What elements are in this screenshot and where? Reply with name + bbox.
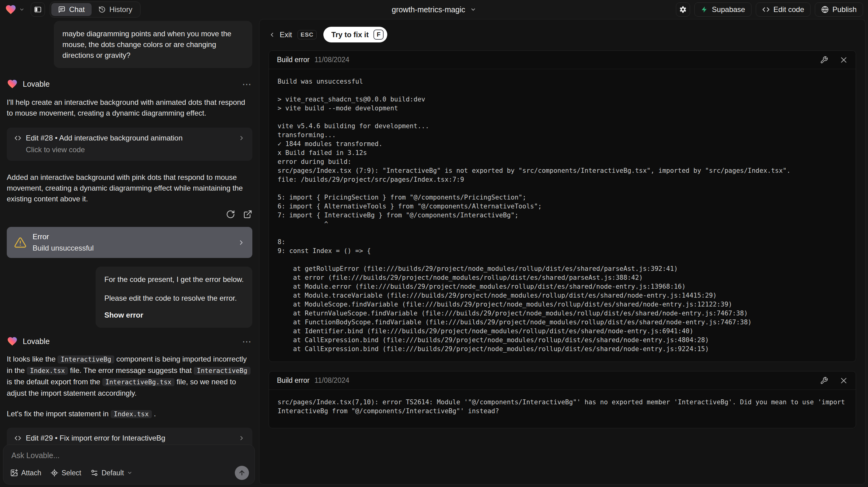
message-actions <box>7 210 252 219</box>
inline-code: InteractiveBg <box>58 356 114 363</box>
wrench-icon[interactable] <box>820 56 828 64</box>
build-error-card-actions <box>820 56 848 64</box>
chat-input-box: Attach Select Default <box>3 445 255 485</box>
text-run: is the default export from the <box>7 377 102 386</box>
f-key-badge: F <box>373 30 383 40</box>
lovable-logo-menu[interactable] <box>5 4 25 16</box>
inline-code: Index.tsx <box>27 367 68 375</box>
wrench-icon[interactable] <box>820 377 828 385</box>
chat-history-tabs: Chat History <box>50 2 141 18</box>
publish-button[interactable]: Publish <box>815 2 863 17</box>
chevron-left-icon <box>269 31 275 38</box>
supabase-label: Supabase <box>712 5 745 14</box>
send-button[interactable] <box>235 466 249 480</box>
build-error-title: Build error <box>277 376 310 385</box>
error-overlay-panel: Exit ESC Try to fix it F Build error 11/… <box>259 19 866 485</box>
error-card-text: Error Build unsuccessful <box>33 233 94 252</box>
model-selector[interactable]: Default <box>90 469 132 477</box>
error-card-subtitle: Build unsuccessful <box>33 244 94 252</box>
tab-history-label: History <box>110 5 132 14</box>
project-switcher[interactable]: growth-metrics-magic <box>392 0 476 19</box>
chat-bubble-icon <box>58 6 65 13</box>
build-error-card-2-header: Build error 11/08/2024 <box>269 371 856 390</box>
code-brackets-icon <box>762 6 770 13</box>
edit-28-title-row: Edit #28 • Add interactive background an… <box>14 134 245 142</box>
edit-28-title: Edit #28 • Add interactive background an… <box>26 134 183 142</box>
open-external-icon[interactable] <box>243 210 252 219</box>
tab-history[interactable]: History <box>92 3 139 16</box>
build-error-title: Build error <box>277 56 310 64</box>
lovable-heart-icon <box>5 4 17 16</box>
error-card-title: Error <box>33 233 94 241</box>
assistant-paragraph: Added an interactive background with pin… <box>7 172 252 204</box>
edit-code-button[interactable]: Edit code <box>756 2 810 17</box>
build-error-summary-card[interactable]: Error Build unsuccessful <box>7 227 252 258</box>
sidebar-panel-icon <box>34 5 42 13</box>
warning-triangle-icon <box>14 237 26 249</box>
text-run: Let's fix the import statement in <box>7 409 111 418</box>
user-message-line: For the code present, I get the error be… <box>104 274 244 285</box>
tab-chat-label: Chat <box>69 5 85 14</box>
sidebar-toggle-button[interactable] <box>31 2 45 17</box>
tab-chat[interactable]: Chat <box>51 3 92 16</box>
build-error-card-actions <box>820 377 848 385</box>
edit-29-title-row: Edit #29 • Fix import error for Interact… <box>14 434 245 443</box>
build-error-log: Build was unsuccessful > vite_react_shad… <box>269 69 856 362</box>
select-button[interactable]: Select <box>51 469 81 477</box>
text-run: . <box>152 409 156 418</box>
assistant-name: Lovable <box>23 80 50 89</box>
chevron-down-icon <box>127 470 132 476</box>
build-error-date: 11/08/2024 <box>314 56 349 64</box>
close-icon[interactable] <box>840 56 848 64</box>
select-label: Select <box>61 469 81 477</box>
build-error-date: 11/08/2024 <box>314 376 349 385</box>
retry-icon[interactable] <box>226 210 235 219</box>
edit-29-title: Edit #29 • Fix import error for Interact… <box>26 434 165 443</box>
build-error-card-1: Build error 11/08/2024 Build was unsucce… <box>269 51 856 362</box>
history-clock-icon <box>98 6 106 13</box>
inline-code: InteractiveBg <box>194 367 250 375</box>
chevron-down-icon <box>19 7 25 12</box>
target-icon <box>51 469 58 477</box>
user-message: maybe diagramming points and when you mo… <box>54 21 252 68</box>
chevron-right-icon <box>238 239 245 246</box>
assistant-name: Lovable <box>23 337 50 346</box>
gear-icon <box>679 5 687 13</box>
fix-label: Try to fix it <box>331 30 369 39</box>
edit-28-card[interactable]: Edit #28 • Add interactive background an… <box>7 128 252 161</box>
publish-label: Publish <box>832 5 857 14</box>
user-message: For the code present, I get the error be… <box>96 267 252 328</box>
supabase-bolt-icon <box>701 6 708 13</box>
text-run: file. The error message suggests that <box>68 366 194 374</box>
exit-button[interactable]: Exit ESC <box>269 30 317 39</box>
chevron-right-icon <box>238 435 245 442</box>
edit-28-subtitle: Click to view code <box>26 145 245 154</box>
code-brackets-icon <box>14 134 22 142</box>
more-menu-icon[interactable]: ⋯ <box>242 79 252 89</box>
show-error-link[interactable]: Show error <box>104 310 244 321</box>
assistant-header: Lovable ⋯ <box>7 336 252 347</box>
more-menu-icon[interactable]: ⋯ <box>242 336 252 347</box>
code-brackets-icon <box>14 434 22 442</box>
user-message-line: Please edit the code to resolve the erro… <box>104 293 244 303</box>
assistant-paragraph: I'll help create an interactive backgrou… <box>7 97 252 118</box>
error-panel-header: Exit ESC Try to fix it F <box>269 27 856 42</box>
chat-input[interactable] <box>11 451 247 464</box>
close-icon[interactable] <box>840 377 848 385</box>
attach-label: Attach <box>21 469 41 477</box>
attach-button[interactable]: Attach <box>10 469 41 477</box>
build-error-log: src/pages/Index.tsx(7,10): error TS2614:… <box>269 390 856 428</box>
sliders-icon <box>90 469 98 477</box>
lovable-heart-icon <box>7 336 18 347</box>
lovable-heart-icon <box>7 79 18 89</box>
try-to-fix-button[interactable]: Try to fix it F <box>323 27 387 42</box>
image-plus-icon <box>10 469 18 477</box>
settings-button[interactable] <box>676 2 690 17</box>
esc-key-badge: ESC <box>298 30 317 39</box>
inline-code: InteractiveBg.tsx <box>102 378 175 386</box>
user-message-text: maybe diagramming points and when you mo… <box>62 30 231 59</box>
project-name: growth-metrics-magic <box>392 5 465 14</box>
supabase-button[interactable]: Supabase <box>694 2 751 17</box>
topbar-actions: Supabase Edit code Publish <box>676 2 863 17</box>
assistant-paragraph: It looks like the InteractiveBg componen… <box>7 354 252 398</box>
